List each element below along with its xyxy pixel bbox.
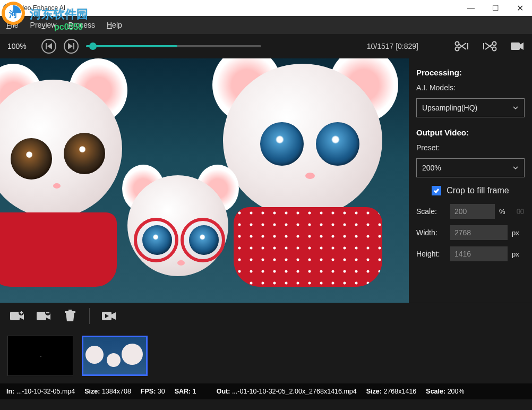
height-unit: px — [512, 250, 525, 258]
menu-help[interactable]: Help — [107, 21, 122, 29]
preset-dropdown[interactable]: 200% — [416, 158, 525, 177]
width-unit: px — [512, 229, 525, 237]
height-label: Height: — [416, 250, 446, 258]
status-size-label: Size: — [84, 388, 100, 395]
cut-end-icon[interactable] — [482, 41, 497, 52]
chevron-down-icon — [512, 105, 519, 111]
toolbar-divider — [89, 308, 90, 324]
process-button[interactable] — [101, 310, 116, 322]
svg-line-14 — [485, 44, 493, 49]
crop-checkbox[interactable] — [432, 186, 441, 195]
cut-start-icon[interactable] — [454, 41, 469, 52]
svg-rect-3 — [46, 43, 47, 49]
height-input[interactable]: 1416 — [450, 246, 508, 261]
svg-line-13 — [485, 43, 493, 48]
width-input[interactable]: 2768 — [450, 225, 508, 240]
status-fps: 30 — [158, 388, 165, 395]
status-fps-label: FPS: — [141, 388, 156, 395]
status-in-size: 1384x708 — [102, 388, 131, 395]
status-out-size: 2768x1416 — [383, 388, 416, 395]
svg-rect-19 — [10, 312, 20, 320]
svg-point-6 — [456, 47, 459, 51]
menu-process[interactable]: Process — [68, 21, 95, 29]
video-preview[interactable] — [0, 58, 409, 303]
thumbnail-selected[interactable] — [82, 336, 148, 376]
models-label: A.I. Models: — [416, 83, 525, 92]
crop-label: Crop to fill frame — [447, 186, 509, 195]
menu-file[interactable]: File — [6, 21, 19, 29]
status-outsize-label: Size: — [366, 388, 382, 395]
thumbnail-strip — [0, 328, 532, 383]
toolbar: 100% 10/1517 [0:829] — [0, 34, 532, 58]
minimize-button[interactable]: — — [459, 0, 483, 16]
side-panel: Processing: A.I. Models: Upsampling(HQ) … — [409, 58, 532, 303]
lower-toolbar — [0, 303, 532, 328]
processing-title: Processing: — [416, 68, 525, 77]
preview-scene — [0, 58, 409, 303]
svg-rect-15 — [511, 42, 520, 50]
close-button[interactable]: ✕ — [508, 0, 532, 16]
main-area: Processing: A.I. Models: Upsampling(HQ) … — [0, 58, 532, 303]
preset-label: Preset: — [416, 143, 525, 152]
camera-icon[interactable] — [510, 41, 525, 52]
timeline-slider[interactable] — [86, 45, 261, 47]
status-bar: In: ...-10-10-32-05.mp4 Size: 1384x708 F… — [0, 383, 532, 399]
svg-point-11 — [493, 42, 496, 46]
maximize-button[interactable]: ☐ — [483, 0, 508, 16]
zoom-level[interactable]: 100% — [7, 42, 34, 50]
remove-video-button[interactable] — [36, 310, 51, 322]
menubar: File Preview Process Help — [0, 16, 532, 34]
preset-value: 200% — [422, 164, 441, 172]
svg-rect-27 — [68, 310, 72, 311]
next-frame-button[interactable] — [64, 39, 79, 54]
add-video-button[interactable] — [10, 310, 24, 322]
status-out-label: Out: — [217, 388, 230, 395]
thumbnail-empty[interactable] — [7, 336, 73, 376]
svg-line-7 — [459, 44, 466, 49]
status-sar-label: SAR: — [175, 388, 191, 395]
menu-preview[interactable]: Preview — [30, 21, 57, 29]
svg-line-8 — [459, 43, 466, 48]
link-icon[interactable] — [516, 207, 525, 216]
frame-counter: 10/1517 [0:829] — [367, 42, 418, 50]
model-value: Upsampling(HQ) — [422, 104, 477, 112]
status-scale: 200% — [448, 388, 465, 395]
prev-frame-button[interactable] — [41, 39, 56, 54]
svg-rect-26 — [65, 311, 75, 313]
svg-point-5 — [456, 42, 459, 46]
scale-unit: % — [499, 208, 512, 216]
status-sar: 1 — [193, 388, 196, 395]
svg-rect-4 — [73, 43, 74, 49]
width-label: Width: — [416, 228, 446, 237]
window-title: Video Enhance AI — [15, 4, 459, 12]
status-out-file: ...-01-10-10-32-05_2.00x_2768x1416.mp4 — [232, 388, 357, 395]
delete-button[interactable] — [63, 310, 78, 322]
svg-point-12 — [493, 47, 496, 51]
titlebar: Video Enhance AI — ☐ ✕ — [0, 0, 532, 16]
status-in-label: In: — [6, 388, 14, 395]
output-title: Output Video: — [416, 128, 525, 137]
status-in-file: ...-10-10-32-05.mp4 — [16, 388, 75, 395]
scale-input[interactable]: 200 — [450, 204, 495, 219]
scale-label: Scale: — [416, 207, 446, 216]
svg-rect-23 — [37, 312, 46, 320]
model-dropdown[interactable]: Upsampling(HQ) — [416, 98, 525, 117]
chevron-down-icon — [512, 165, 519, 171]
app-icon — [3, 4, 12, 12]
status-scale-label: Scale: — [426, 388, 445, 395]
